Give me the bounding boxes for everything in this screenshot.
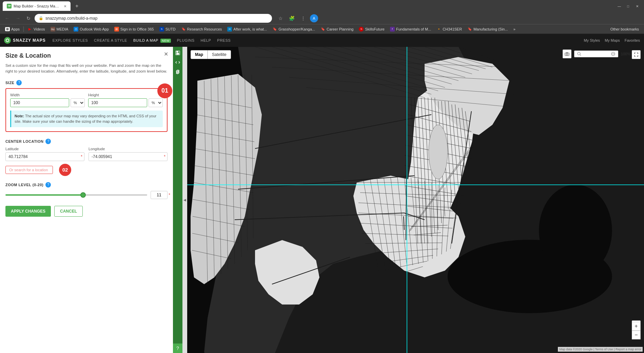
bookmark-grasshopper[interactable]: 🔖 Grasshopper/Kanga... — [270, 26, 317, 32]
browser-tab[interactable]: 🗺 Map Builder - Snazzy Maps - Fre... ✕ — [3, 1, 71, 11]
apps-bookmark[interactable]: ⊞ Apps — [3, 26, 22, 32]
map-attribution: Map data ©2020 Google | Terms of Use | R… — [558, 347, 643, 352]
nav-my-maps[interactable]: My Maps — [605, 38, 620, 42]
width-field: Width % px — [10, 93, 85, 107]
bookmark-media[interactable]: nu MEDIA — [48, 26, 71, 32]
bookmark-skillsfuture[interactable]: S SkillsFuture — [356, 26, 387, 32]
nav-favorites[interactable]: Favorites — [625, 38, 640, 42]
map-fullscreen-button[interactable] — [632, 50, 641, 59]
zoom-slider[interactable] — [5, 194, 147, 196]
browser-menu-icon[interactable]: ⋮ — [299, 15, 307, 22]
latitude-input[interactable] — [5, 152, 84, 161]
profile-button[interactable]: A — [310, 14, 318, 22]
map-search-bar — [574, 51, 618, 57]
youtube-icon: ▶ — [27, 27, 32, 32]
map-tab-satellite[interactable]: Satellite — [208, 50, 231, 59]
close-button[interactable]: ✕ — [633, 4, 641, 9]
map-tab-map[interactable]: Map — [191, 50, 208, 59]
bookmark-videos[interactable]: ▶ Videos — [25, 26, 47, 32]
zoom-value-input[interactable] — [151, 191, 168, 199]
height-input[interactable] — [88, 98, 147, 107]
coord-inputs: Latitude * Longitude * — [5, 147, 168, 161]
zoom-display: 100% — [621, 52, 630, 56]
width-input[interactable] — [10, 98, 69, 107]
nav-plugins[interactable]: PLUGINS — [177, 38, 195, 42]
forward-button[interactable]: → — [14, 14, 22, 22]
nav-explore-styles[interactable]: EXPLORE STYLES — [53, 38, 88, 42]
location-help-icon[interactable]: ? — [45, 139, 51, 144]
nav-build-map[interactable]: BUILD A MAP NEW — [133, 38, 171, 42]
zoom-help-icon[interactable]: ? — [45, 182, 51, 188]
bookmark-afterwork-label: After work, is what... — [233, 27, 267, 31]
bookmark-star-icon[interactable]: ☆ — [277, 15, 285, 22]
map-visualization[interactable] — [187, 47, 644, 353]
grasshopper-icon: 🔖 — [272, 27, 277, 32]
apps-icon: ⊞ — [5, 27, 10, 31]
extensions-icon[interactable]: 🧩 — [287, 15, 296, 22]
width-input-row: % px — [10, 98, 85, 107]
width-unit-select[interactable]: % px — [71, 98, 85, 107]
size-section-header: SIZE ? — [5, 80, 168, 85]
main-layout: ✕ Size & Location Set a custom size for … — [0, 47, 644, 353]
panel-collapse-handle[interactable]: ◀ — [182, 47, 187, 353]
bookmark-sutd-label: SUTD — [165, 27, 176, 31]
panel-title: Size & Location — [5, 52, 168, 59]
bookmark-more[interactable]: » — [511, 26, 518, 32]
media-icon: nu — [51, 27, 55, 32]
apply-changes-button[interactable]: APPLY CHANGES — [5, 206, 51, 217]
svg-point-7 — [566, 54, 568, 55]
svg-rect-4 — [176, 53, 179, 55]
snazzy-logo[interactable]: SNAZZY MAPS — [4, 37, 46, 44]
bookmark-fundamentals[interactable]: f Fundamentals of M... — [388, 26, 433, 32]
nav-my-styles[interactable]: My Styles — [584, 38, 600, 42]
latitude-field: Latitude * — [5, 147, 84, 161]
longitude-label: Longitude — [89, 147, 168, 151]
nav-press[interactable]: PRESS — [217, 38, 231, 42]
longitude-input[interactable] — [89, 152, 168, 161]
back-button[interactable]: ← — [3, 14, 12, 22]
panel-close-button[interactable]: ✕ — [164, 51, 168, 57]
cancel-button[interactable]: CANCEL — [54, 206, 83, 217]
step-01-badge: 01 — [157, 83, 172, 98]
height-unit-select[interactable]: % px — [149, 98, 163, 107]
address-bar[interactable]: 🔒 snazzymap.com/build-a-map — [35, 14, 272, 23]
map-camera-icon[interactable] — [563, 50, 571, 58]
reload-button[interactable]: ↻ — [24, 14, 33, 22]
bookmark-ch341ser-label: CH341SER — [443, 27, 462, 31]
tab-favicon: 🗺 — [7, 4, 12, 8]
tab-close-button[interactable]: ✕ — [64, 4, 66, 8]
bookmark-sutd[interactable]: S SUTD — [157, 26, 178, 32]
bookmark-ch341ser[interactable]: 🔸 CH341SER — [434, 26, 464, 32]
map-zoom-in-button[interactable]: + — [632, 322, 641, 331]
search-location-input[interactable] — [5, 166, 53, 174]
map-search-icon — [577, 52, 581, 56]
nav-create-style[interactable]: CREATE A STYLE — [94, 38, 127, 42]
nav-help[interactable]: HELP — [201, 38, 211, 42]
map-crosshair-vertical — [407, 47, 407, 353]
info-icon-button[interactable]: ? — [173, 344, 182, 353]
map-zoom-out-button[interactable]: − — [632, 331, 641, 339]
bookmark-outlook[interactable]: O Outlook Web App — [71, 26, 111, 32]
save-icon-button[interactable] — [173, 48, 182, 58]
zoom-section: ZOOM LEVEL (0-20) ? * — [5, 182, 168, 199]
bookmark-office365[interactable]: ⊞ Sign in to Office 365 — [112, 26, 156, 32]
new-tab-button[interactable]: + — [73, 3, 81, 9]
maximize-button[interactable]: □ — [625, 4, 631, 9]
bookmark-research-label: Research Resources — [187, 27, 222, 31]
snazzy-navbar: SNAZZY MAPS EXPLORE STYLES CREATE A STYL… — [0, 34, 644, 47]
bookmark-manufacturing[interactable]: 🔖 Manufacturing (Sin... — [465, 26, 510, 32]
longitude-field: Longitude * — [89, 147, 168, 161]
bookmark-research[interactable]: 🔖 Research Resources — [179, 26, 225, 32]
outlook-icon: O — [74, 27, 78, 32]
lon-required-indicator: * — [164, 154, 165, 159]
link-icon-button[interactable] — [173, 67, 182, 77]
bookmark-career[interactable]: 🔖 Career Planning — [318, 26, 356, 32]
code-icon-button[interactable] — [173, 58, 182, 67]
bookmark-afterwork[interactable]: in After work, is what... — [225, 26, 269, 32]
bookmarks-bar: ⊞ Apps ▶ Videos nu MEDIA O Outlook Web A… — [0, 24, 644, 34]
bookmark-other[interactable]: Other bookmarks — [608, 26, 641, 32]
size-help-icon[interactable]: ? — [16, 80, 22, 85]
minimize-button[interactable]: — — [616, 4, 623, 9]
browser-titlebar: 🗺 Map Builder - Snazzy Maps - Fre... ✕ +… — [0, 0, 644, 12]
height-label: Height — [88, 93, 163, 97]
